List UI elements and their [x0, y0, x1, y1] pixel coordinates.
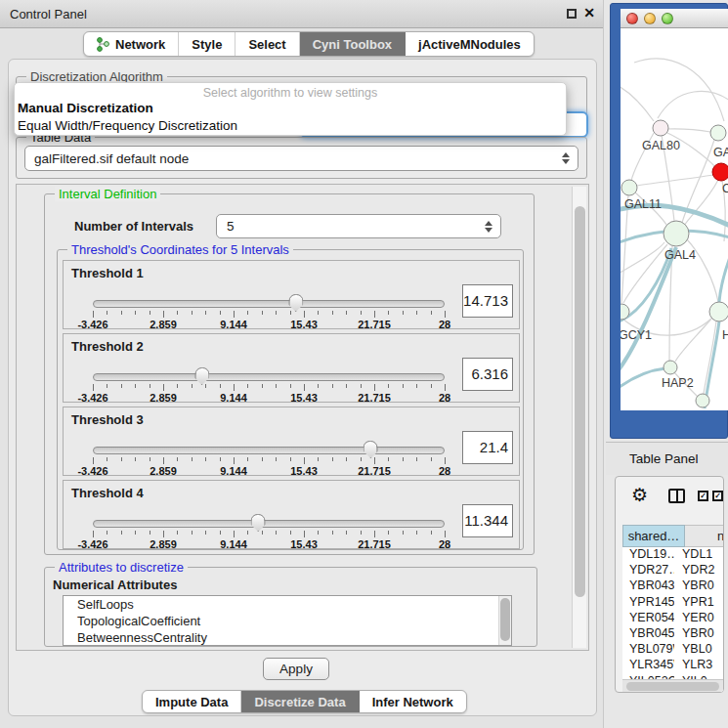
spinner-arrows-icon[interactable]	[485, 221, 492, 233]
apply-button[interactable]: Apply	[263, 658, 329, 680]
tab-jactivemnodules[interactable]: jActiveMNodules	[405, 32, 534, 56]
table-row[interactable]: YDL19…YDL1	[622, 547, 723, 563]
gear-icon[interactable]: ⚙	[631, 483, 648, 508]
close-traffic-light-icon[interactable]	[626, 13, 638, 24]
slider-tick	[403, 531, 404, 535]
threshold-value-field[interactable]: 14.713	[462, 284, 513, 318]
threshold-value-field[interactable]: 21.4	[462, 431, 513, 464]
network-edge-highlighted[interactable]	[621, 368, 665, 389]
number-of-intervals-spinner[interactable]: 5	[216, 214, 501, 238]
list-item[interactable]: BetweennessCentrality	[64, 629, 511, 646]
network-edge[interactable]	[675, 319, 711, 362]
table-row[interactable]: YER054CYER0	[622, 611, 723, 626]
slider-tick	[262, 457, 263, 461]
float-window-icon[interactable]	[567, 9, 577, 19]
slider-scale: -3.4262.8599.14415.4321.71528	[93, 319, 445, 330]
vertical-scrollbar[interactable]	[572, 187, 586, 648]
network-node[interactable]	[664, 221, 689, 246]
slider-tick	[318, 384, 319, 388]
tab-discretize-data[interactable]: Discretize Data	[240, 691, 358, 712]
scrollbar-thumb[interactable]	[626, 682, 719, 691]
table-header-row: shared… n…	[622, 525, 724, 547]
network-node[interactable]	[696, 394, 709, 407]
slider-thumb[interactable]	[288, 294, 303, 312]
slider-thumb[interactable]	[194, 367, 209, 385]
list-item[interactable]: TopologicalCoefficient	[64, 613, 511, 629]
table-row[interactable]: YLR345WYLR3	[622, 658, 723, 673]
threshold-value-field[interactable]: 11.344	[462, 504, 513, 537]
minimize-traffic-light-icon[interactable]	[644, 13, 656, 24]
slider-tick	[416, 531, 417, 535]
threshold-slider[interactable]: -3.4262.8599.14415.4321.71528	[93, 298, 445, 327]
scale-label: 15.43	[290, 319, 318, 330]
network-view-window[interactable]: GAL80GACGAL11GAL4GCY1HHAP2	[610, 3, 728, 439]
network-edge-highlighted[interactable]	[719, 257, 728, 302]
slider-tick	[388, 384, 389, 388]
network-node[interactable]	[664, 361, 677, 374]
threshold-slider[interactable]: -3.4262.8599.14415.4321.71528	[93, 371, 445, 401]
menu-item[interactable]: Equal Width/Frequency Discretization	[15, 117, 566, 135]
network-node-label: HAP2	[662, 376, 694, 390]
tab-network[interactable]: Network	[84, 32, 178, 56]
network-node[interactable]	[712, 163, 728, 181]
network-window-titlebar[interactable]	[621, 9, 728, 28]
scale-label: -3.426	[77, 465, 107, 477]
tab-select[interactable]: Select	[235, 32, 298, 56]
network-edge[interactable]	[658, 91, 728, 118]
network-node[interactable]	[653, 120, 668, 136]
threshold-slider[interactable]: -3.4262.8599.14415.4321.71528	[93, 518, 445, 547]
slider-thumb[interactable]	[251, 514, 266, 532]
list-scrollbar[interactable]	[498, 596, 511, 645]
menu-item[interactable]: Manual Discretization	[15, 100, 566, 117]
network-node[interactable]	[710, 125, 726, 141]
slider-tick	[361, 531, 362, 535]
slider-tick	[107, 311, 107, 315]
slider-track[interactable]	[93, 520, 445, 528]
network-edge[interactable]	[634, 59, 724, 121]
slider-track[interactable]	[93, 447, 445, 454]
tab-impute-data[interactable]: Impute Data	[143, 691, 240, 712]
scale-label: 2.859	[150, 465, 177, 477]
scrollbar-thumb[interactable]	[575, 206, 585, 597]
table-row[interactable]: YBR045CYBR0	[622, 626, 723, 642]
network-edge[interactable]	[621, 85, 654, 121]
horizontal-scrollbar[interactable]	[622, 679, 723, 692]
table-row[interactable]: YBR043CYBR0	[622, 578, 723, 594]
zoom-traffic-light-icon[interactable]	[662, 13, 673, 24]
close-icon[interactable]: ✕	[583, 5, 595, 21]
slider-tick	[445, 384, 446, 391]
table-row[interactable]: YBL079WYBL0	[622, 642, 723, 658]
slider-tick	[247, 311, 248, 315]
slider-track[interactable]	[93, 373, 445, 381]
combo-arrows-icon[interactable]	[562, 152, 570, 164]
slider-tick	[304, 531, 305, 537]
slider-thumb[interactable]	[364, 441, 378, 458]
split-columns-icon[interactable]	[668, 489, 685, 503]
threshold-value-field[interactable]: 6.316	[462, 358, 513, 391]
column-header-name[interactable]: n…	[685, 525, 724, 547]
network-canvas[interactable]: GAL80GACGAL11GAL4GCY1HHAP2	[621, 28, 728, 410]
threshold-slider[interactable]: -3.4262.8599.14415.4321.71528	[93, 445, 445, 474]
checkbox-icon[interactable]: ✓	[698, 491, 708, 501]
network-edge[interactable]	[637, 175, 713, 186]
table-row[interactable]: YPR145WYPR1	[622, 595, 723, 611]
network-edge[interactable]	[621, 242, 664, 275]
column-header-shared-name[interactable]: shared…	[622, 525, 685, 547]
attributes-group: Attributes to discretize Numerical Attri…	[44, 567, 537, 647]
network-edge[interactable]	[665, 129, 710, 132]
tab-infer-network[interactable]: Infer Network	[359, 691, 466, 712]
network-node[interactable]	[709, 302, 728, 321]
threshold-coordinates-group: Threshold's Coordinates for 5 Intervals …	[57, 249, 524, 550]
numerical-attributes-list[interactable]: SelfLoopsTopologicalCoefficientBetweenne…	[63, 595, 512, 646]
table-row[interactable]: YDR27…YDR2	[622, 563, 723, 578]
tab-style[interactable]: Style	[178, 32, 235, 56]
table-data-combobox[interactable]: galFiltered.sif default node	[24, 146, 578, 171]
checkbox-icon[interactable]: ✓	[712, 491, 723, 501]
scrollbar-thumb[interactable]	[500, 598, 510, 641]
tab-cyni-toolbox[interactable]: Cyni Toolbox	[299, 32, 405, 56]
slider-tick	[318, 457, 319, 461]
tab-label: Cyni Toolbox	[313, 37, 392, 52]
slider-track[interactable]	[93, 300, 445, 308]
network-node[interactable]	[621, 180, 637, 195]
list-item[interactable]: SelfLoops	[64, 596, 511, 613]
